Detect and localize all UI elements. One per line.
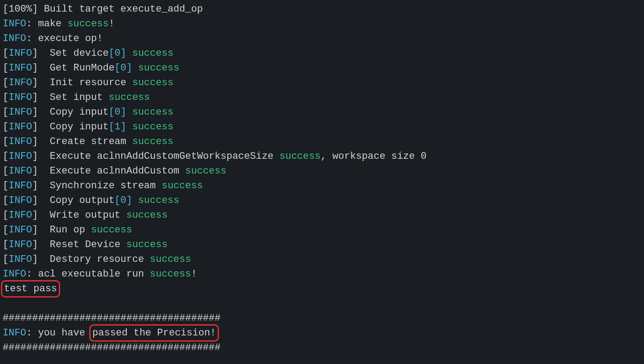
terminal-line: [100%] Built target execute_add_op <box>3 2 641 17</box>
terminal-text: success <box>126 239 167 250</box>
terminal-line: [INFO] Write output success <box>3 208 641 223</box>
terminal-text: success <box>150 269 191 280</box>
terminal-text: : you have <box>26 327 91 339</box>
terminal-text: ] Create stream <box>32 136 132 147</box>
terminal-line: [INFO] Execute aclnnAddCustom success <box>3 164 641 178</box>
terminal-text <box>126 48 132 59</box>
terminal-text: [ <box>3 180 8 191</box>
terminal-text: [0] <box>115 62 132 74</box>
terminal-line: [INFO] Execute aclnnAddCustomGetWorkspac… <box>3 149 641 164</box>
terminal-text: ] Init resource <box>32 77 132 88</box>
terminal-text: ] Destory resource <box>32 254 150 265</box>
terminal-line: [INFO] Create stream success <box>3 134 641 149</box>
terminal-text: [ <box>3 77 8 88</box>
terminal-text: [ <box>3 62 8 74</box>
terminal-text: : execute op! <box>26 33 103 44</box>
terminal-text: [ <box>3 48 8 59</box>
terminal-text: INFO <box>8 151 32 162</box>
terminal-line: ##################################### <box>3 340 641 355</box>
terminal-text: [ <box>3 121 8 132</box>
terminal-text: ] Write output <box>32 210 126 221</box>
test-pass-highlight: test pass <box>1 280 60 298</box>
terminal-text: INFO <box>8 195 32 206</box>
terminal-text: INFO <box>8 48 32 59</box>
terminal-text: [ <box>3 92 8 103</box>
terminal-text: INFO <box>8 62 32 74</box>
terminal-line: [INFO] Synchronize stream success <box>3 178 641 193</box>
terminal-text <box>126 107 132 118</box>
terminal-text: success <box>161 180 202 191</box>
terminal-text: ##################################### <box>3 313 220 324</box>
terminal-text: : make <box>26 18 67 29</box>
terminal-text: INFO <box>8 210 32 221</box>
terminal-text: [0] <box>109 48 127 59</box>
terminal-text: [ <box>3 151 8 162</box>
terminal-text <box>132 195 138 206</box>
terminal-text: [ <box>3 224 8 236</box>
terminal-text: ] Get RunMode <box>32 62 115 74</box>
terminal-line: INFO: acl executable run success! <box>3 267 641 281</box>
terminal-line: [INFO] Reset Device success <box>3 237 641 252</box>
terminal-text: [ <box>3 107 8 118</box>
terminal-text: [ <box>3 210 8 221</box>
terminal-output: [100%] Built target execute_add_opINFO: … <box>0 0 644 357</box>
terminal-text: success <box>109 92 150 103</box>
terminal-text: , workspace size 0 <box>321 151 427 162</box>
terminal-text: : acl executable run <box>26 269 150 280</box>
terminal-text: INFO <box>3 18 26 29</box>
terminal-text: [ <box>3 239 8 250</box>
terminal-text: ! <box>109 18 115 29</box>
terminal-text: INFO <box>8 180 32 191</box>
terminal-line: ##################################### <box>3 311 641 326</box>
terminal-text: success <box>132 136 173 147</box>
terminal-line: INFO: execute op! <box>3 31 641 46</box>
terminal-text: success <box>91 224 132 236</box>
precision-highlight: passed the Precision! <box>89 324 219 342</box>
terminal-text: INFO <box>3 327 26 339</box>
terminal-text: ] Copy input <box>32 121 109 132</box>
terminal-text: ! <box>191 269 197 280</box>
terminal-line: [INFO] Get RunMode[0] success <box>3 61 641 75</box>
terminal-text: success <box>132 48 173 59</box>
terminal-text: test pass <box>4 283 57 294</box>
terminal-line: [INFO] Copy input[0] success <box>3 105 641 120</box>
terminal-text: INFO <box>8 224 32 236</box>
terminal-text: success <box>132 107 173 118</box>
terminal-text <box>126 121 132 132</box>
terminal-text: [1] <box>109 121 127 132</box>
terminal-text: INFO <box>3 269 26 280</box>
terminal-text: ] Synchronize stream <box>32 180 161 191</box>
terminal-text: [ <box>3 165 8 177</box>
terminal-line: test pass <box>3 281 641 296</box>
terminal-text: success <box>185 165 226 177</box>
terminal-line: [INFO] Run op success <box>3 223 641 237</box>
terminal-text: [ <box>3 254 8 265</box>
terminal-text: [0] <box>109 107 127 118</box>
terminal-text: success <box>138 195 179 206</box>
terminal-text: success <box>132 121 173 132</box>
terminal-text: passed the Precision! <box>92 327 216 339</box>
terminal-text <box>132 62 138 74</box>
terminal-text: INFO <box>8 136 32 147</box>
terminal-line: [INFO] Set device[0] success <box>3 46 641 61</box>
terminal-text: ##################################### <box>3 342 220 353</box>
terminal-text: success <box>280 151 321 162</box>
terminal-text: INFO <box>8 77 32 88</box>
terminal-text: ] Set input <box>32 92 109 103</box>
terminal-text: ] Reset Device <box>32 239 126 250</box>
terminal-line: [INFO] Copy output[0] success <box>3 193 641 208</box>
terminal-line: [INFO] Init resource success <box>3 75 641 90</box>
terminal-line <box>3 296 641 311</box>
terminal-text: INFO <box>8 254 32 265</box>
terminal-line: [INFO] Set input success <box>3 90 641 105</box>
terminal-text: INFO <box>8 239 32 250</box>
terminal-text: success <box>138 62 179 74</box>
terminal-text: success <box>67 18 108 29</box>
terminal-text: INFO <box>8 92 32 103</box>
terminal-text: [100%] Built target execute_add_op <box>3 4 203 15</box>
terminal-text: ] Run op <box>32 224 91 236</box>
terminal-line: [INFO] Copy input[1] success <box>3 120 641 134</box>
terminal-text: [0] <box>115 195 132 206</box>
terminal-line: INFO: make success! <box>3 17 641 31</box>
terminal-line: INFO: you have passed the Precision! <box>3 326 641 340</box>
